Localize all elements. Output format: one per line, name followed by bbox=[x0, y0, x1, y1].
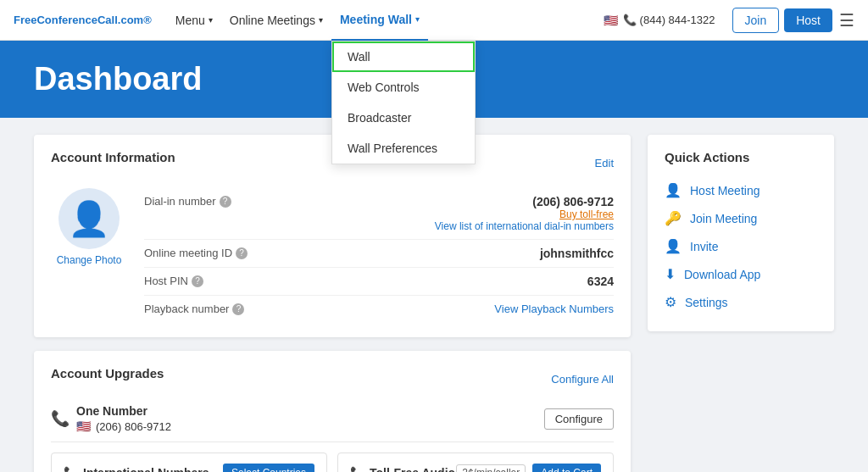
nav-meeting-wall[interactable]: Meeting Wall ▾ Wall Web Controls Broadca… bbox=[331, 0, 428, 41]
playback-label-text: Playback number bbox=[144, 303, 229, 315]
intl-numbers-header: 📞 International Numbers Select Countries bbox=[64, 464, 314, 472]
qa-download-app[interactable]: ⬇ Download App bbox=[665, 260, 817, 288]
dropdown-item-wall-preferences[interactable]: Wall Preferences bbox=[332, 133, 475, 164]
meeting-wall-label: Meeting Wall bbox=[340, 13, 412, 26]
meeting-wall-dropdown: Wall Web Controls Broadcaster Wall Prefe… bbox=[331, 41, 476, 164]
intl-dial-in-link[interactable]: View list of international dial-in numbe… bbox=[435, 220, 614, 232]
logo-text: FreeConferenceCall.com® bbox=[14, 14, 152, 26]
qa-join-meeting[interactable]: 🔑 Join Meeting bbox=[665, 204, 817, 232]
chevron-down-icon: ▾ bbox=[209, 15, 213, 25]
nav-menu[interactable]: Menu ▾ bbox=[167, 0, 221, 41]
qa-join-meeting-label: Join Meeting bbox=[690, 212, 757, 225]
main-content: Account Information Edit 👤 Change Photo … bbox=[0, 118, 868, 472]
edit-link[interactable]: Edit bbox=[595, 157, 614, 169]
download-icon: ⬇ bbox=[665, 266, 676, 282]
one-number-row: 📞 One Number 🇺🇸 (206) 806-9712 Configure bbox=[51, 404, 614, 433]
person-plus-icon: 👤 bbox=[665, 182, 682, 198]
dial-in-number: (206) 806-9712 bbox=[532, 195, 614, 208]
upgrades-title: Account Upgrades bbox=[51, 366, 164, 380]
flag-icon: 🇺🇸 bbox=[76, 419, 91, 433]
gear-icon: ⚙ bbox=[665, 294, 676, 310]
qa-settings[interactable]: ⚙ Settings bbox=[665, 288, 817, 316]
account-info-card: Account Information Edit 👤 Change Photo … bbox=[34, 135, 631, 337]
dropdown-item-web-controls[interactable]: Web Controls bbox=[332, 72, 475, 103]
one-number-icon: 📞 bbox=[51, 409, 70, 428]
phone-number: 📞 (844) 844-1322 bbox=[623, 14, 715, 26]
toll-free-item: 📞 Toll-Free Audio 2¢/min/caller Add to C… bbox=[337, 453, 614, 472]
one-number-phone: (206) 806-9712 bbox=[96, 420, 171, 433]
upgrades-header: Account Upgrades Configure All bbox=[51, 366, 614, 392]
chevron-down-icon: ▾ bbox=[319, 15, 323, 25]
host-pin-row: Host PIN ? 6324 bbox=[144, 268, 614, 296]
invite-icon: 👤 bbox=[665, 238, 682, 254]
meeting-id-label-text: Online meeting ID bbox=[144, 247, 232, 259]
dropdown-item-broadcaster[interactable]: Broadcaster bbox=[332, 103, 475, 133]
one-number-label: One Number bbox=[76, 404, 171, 418]
configure-all-link[interactable]: Configure All bbox=[551, 373, 614, 386]
dial-in-label: Dial-in number ? bbox=[144, 195, 231, 208]
hamburger-icon[interactable]: ☰ bbox=[839, 10, 854, 31]
select-countries-button[interactable]: Select Countries bbox=[223, 464, 314, 472]
dial-in-label-text: Dial-in number bbox=[144, 195, 216, 208]
host-pin-label-text: Host PIN bbox=[144, 275, 188, 287]
dropdown-item-wall[interactable]: Wall bbox=[332, 42, 475, 72]
change-photo-link[interactable]: Change Photo bbox=[57, 254, 122, 266]
info-col: Dial-in number ? (206) 806-9712 Buy toll… bbox=[144, 188, 614, 322]
online-meetings-label: Online Meetings bbox=[230, 14, 315, 27]
toll-free-title-text: Toll-Free Audio bbox=[370, 466, 455, 472]
logo: FreeConferenceCall.com® bbox=[14, 14, 152, 26]
qa-download-app-label: Download App bbox=[684, 268, 760, 281]
configure-button[interactable]: Configure bbox=[544, 408, 614, 430]
upgrade-grid: 📞 International Numbers Select Countries… bbox=[51, 453, 614, 472]
help-icon[interactable]: ? bbox=[220, 196, 231, 208]
avatar: 👤 bbox=[58, 188, 120, 249]
qa-host-meeting-label: Host Meeting bbox=[690, 184, 760, 197]
toll-free-add-to-cart-button[interactable]: Add to Cart bbox=[532, 464, 601, 472]
dial-in-value: (206) 806-9712 Buy toll-free View list o… bbox=[435, 195, 614, 232]
intl-numbers-icon: 📞 bbox=[64, 466, 78, 472]
nav-menu-label: Menu bbox=[175, 14, 205, 27]
playback-label: Playback number ? bbox=[144, 303, 244, 315]
account-upgrades-card: Account Upgrades Configure All 📞 One Num… bbox=[34, 351, 631, 472]
qa-invite-label: Invite bbox=[690, 240, 718, 253]
host-pin-value: 6324 bbox=[587, 275, 614, 288]
chevron-down-icon: ▾ bbox=[415, 14, 420, 24]
help-icon[interactable]: ? bbox=[232, 303, 244, 315]
toll-free-link[interactable]: Buy toll-free bbox=[435, 208, 614, 220]
intl-numbers-title: 📞 International Numbers bbox=[64, 466, 209, 472]
host-button[interactable]: Host bbox=[784, 8, 832, 32]
one-number-sub: 🇺🇸 (206) 806-9712 bbox=[76, 419, 171, 433]
avatar-person-icon: 👤 bbox=[68, 202, 110, 236]
toll-free-price: 2¢/min/caller bbox=[456, 464, 526, 472]
playback-row: Playback number ? View Playback Numbers bbox=[144, 296, 614, 322]
qa-settings-label: Settings bbox=[685, 296, 728, 309]
account-info-title: Account Information bbox=[51, 150, 175, 164]
toll-free-icon: 📞 bbox=[350, 466, 364, 472]
quick-actions-card: Quick Actions 👤 Host Meeting 🔑 Join Meet… bbox=[648, 135, 834, 331]
meeting-id-value: johnsmithfcc bbox=[540, 247, 614, 260]
dial-in-row: Dial-in number ? (206) 806-9712 Buy toll… bbox=[144, 188, 614, 240]
left-panel: Account Information Edit 👤 Change Photo … bbox=[34, 135, 631, 472]
toll-free-header: 📞 Toll-Free Audio 2¢/min/caller Add to C… bbox=[350, 464, 601, 472]
account-info-body: 👤 Change Photo Dial-in number ? (206) 80… bbox=[51, 188, 614, 322]
quick-actions-title: Quick Actions bbox=[665, 150, 817, 164]
meeting-id-row: Online meeting ID ? johnsmithfcc bbox=[144, 240, 614, 268]
qa-invite[interactable]: 👤 Invite bbox=[665, 232, 817, 260]
help-icon[interactable]: ? bbox=[236, 247, 248, 259]
qa-host-meeting[interactable]: 👤 Host Meeting bbox=[665, 176, 817, 204]
intl-numbers-item: 📞 International Numbers Select Countries… bbox=[51, 453, 327, 472]
flag-icon: 🇺🇸 bbox=[604, 14, 618, 27]
playback-value[interactable]: View Playback Numbers bbox=[494, 303, 614, 315]
one-number-left: 📞 One Number 🇺🇸 (206) 806-9712 bbox=[51, 404, 171, 433]
join-icon: 🔑 bbox=[665, 210, 682, 226]
nav-online-meetings[interactable]: Online Meetings ▾ bbox=[221, 0, 331, 41]
meeting-id-label: Online meeting ID ? bbox=[144, 247, 248, 259]
join-button[interactable]: Join bbox=[732, 8, 780, 33]
phone-text: (844) 844-1322 bbox=[640, 14, 715, 26]
help-icon[interactable]: ? bbox=[192, 275, 203, 287]
intl-numbers-title-text: International Numbers bbox=[83, 466, 209, 472]
toll-free-title: 📞 Toll-Free Audio bbox=[350, 466, 455, 472]
avatar-col: 👤 Change Photo bbox=[51, 188, 127, 322]
toll-free-actions: 2¢/min/caller Add to Cart bbox=[456, 464, 601, 472]
host-pin-label: Host PIN ? bbox=[144, 275, 203, 287]
